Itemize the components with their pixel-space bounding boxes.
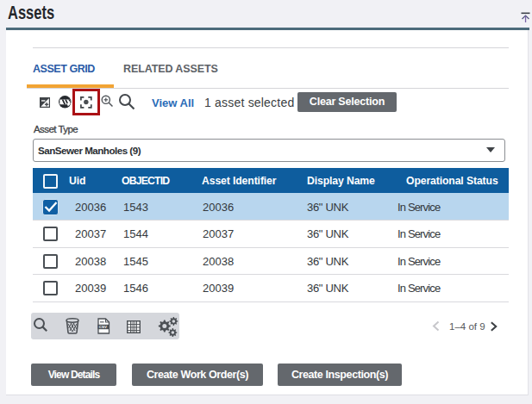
svg-text:CSV: CSV bbox=[99, 325, 107, 329]
